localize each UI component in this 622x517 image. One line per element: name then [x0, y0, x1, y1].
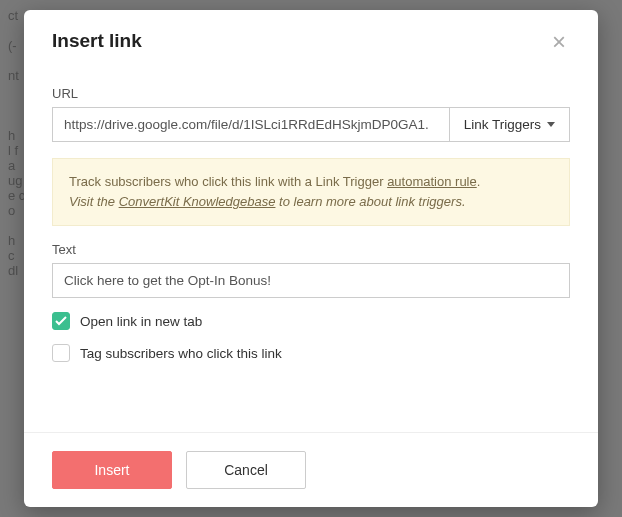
modal-title: Insert link	[52, 30, 142, 52]
link-triggers-label: Link Triggers	[464, 117, 541, 132]
close-button[interactable]: ×	[548, 30, 570, 54]
tag-subscribers-label: Tag subscribers who click this link	[80, 346, 282, 361]
tag-subscribers-checkbox[interactable]	[52, 344, 70, 362]
modal-body: URL Link Triggers Track subscribers who …	[24, 66, 598, 432]
modal-header: Insert link ×	[24, 10, 598, 66]
open-new-tab-row: Open link in new tab	[52, 312, 570, 330]
text-label: Text	[52, 242, 570, 257]
tag-subscribers-row: Tag subscribers who click this link	[52, 344, 570, 362]
check-icon	[55, 316, 67, 326]
info-text-2b: to learn more about link triggers.	[275, 194, 465, 209]
info-text-1b: .	[477, 174, 481, 189]
open-new-tab-checkbox[interactable]	[52, 312, 70, 330]
open-new-tab-label: Open link in new tab	[80, 314, 202, 329]
info-text-2a: Visit the	[69, 194, 119, 209]
cancel-button[interactable]: Cancel	[186, 451, 306, 489]
chevron-down-icon	[547, 122, 555, 127]
close-icon: ×	[552, 28, 566, 55]
link-triggers-dropdown[interactable]: Link Triggers	[450, 107, 570, 142]
automation-rule-link[interactable]: automation rule	[387, 174, 477, 189]
knowledgebase-link[interactable]: ConvertKit Knowledgebase	[119, 194, 276, 209]
insert-button[interactable]: Insert	[52, 451, 172, 489]
url-input[interactable]	[52, 107, 450, 142]
text-input[interactable]	[52, 263, 570, 298]
url-label: URL	[52, 86, 570, 101]
modal-footer: Insert Cancel	[24, 432, 598, 507]
info-text-1a: Track subscribers who click this link wi…	[69, 174, 387, 189]
info-box: Track subscribers who click this link wi…	[52, 158, 570, 226]
insert-link-modal: Insert link × URL Link Triggers Track su…	[24, 10, 598, 507]
url-row: Link Triggers	[52, 107, 570, 142]
